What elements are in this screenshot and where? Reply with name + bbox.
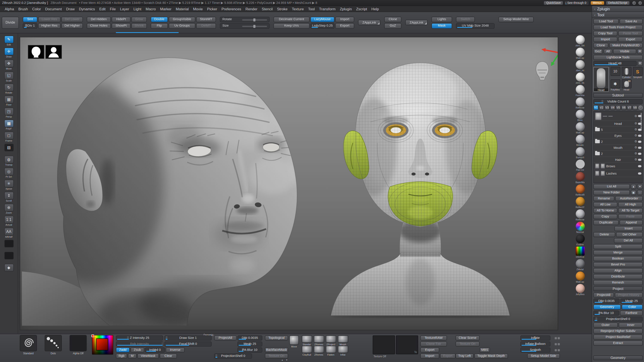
brush-thumb[interactable]: Morph <box>338 336 348 346</box>
panel-slider[interactable]: ProjectionShell 0 <box>593 317 643 322</box>
subtool-group-row[interactable]: Hair ⚙ <box>594 157 642 163</box>
tool-thumbnail[interactable]: Cylinder <box>621 67 632 79</box>
subtool-group-row[interactable]: Head ⚙ <box>594 121 642 126</box>
panel-button[interactable]: Extract <box>593 341 643 346</box>
toolbar-item[interactable]: ◍ Transp <box>4 156 14 166</box>
menu-item[interactable]: Picker <box>205 7 220 11</box>
panel-button[interactable]: Geometry <box>593 305 621 310</box>
shelf-button[interactable]: Zadd <box>116 348 130 353</box>
shelf-button[interactable]: Uv Groups <box>169 23 195 28</box>
menu-item[interactable]: Movie <box>191 7 205 11</box>
toolbar-item[interactable]: ◎ Pt Sel <box>4 168 14 178</box>
shelf-button[interactable]: Rgb <box>116 354 127 359</box>
material-swatch[interactable]: Flat Col <box>576 160 584 172</box>
menu-item[interactable]: Edit <box>97 7 108 11</box>
panel-button[interactable]: Clone <box>593 43 608 48</box>
shelf-button[interactable]: Toggle Mask Depth <box>474 354 508 359</box>
shelf-button[interactable]: Clear Scene <box>456 336 480 341</box>
subtool-group-row[interactable]: Mouth ⚙ <box>594 145 642 151</box>
menu-item[interactable]: Stroke <box>275 7 290 11</box>
shelf-button[interactable]: Setup Model Wire <box>498 16 534 22</box>
toolbar-item[interactable]: ▨ <box>4 144 14 154</box>
gear-icon[interactable]: ⚙ <box>634 114 637 118</box>
panel-button[interactable]: All <box>604 49 612 54</box>
menu-item[interactable]: Stencil <box>260 7 275 11</box>
toolbar-item[interactable]: ✛ Draw <box>4 48 14 58</box>
panel-button[interactable]: AutoReorder <box>616 196 643 201</box>
icon-button[interactable]: ↓ <box>637 190 643 195</box>
shelf-button[interactable]: Rotate <box>220 16 270 22</box>
panel-button[interactable]: Paste <box>618 214 643 219</box>
panel-button[interactable]: Make PolyMesh3D <box>609 43 643 48</box>
shelf-button[interactable]: Inflate Balloon <box>520 342 550 347</box>
panel-button[interactable]: Delete <box>593 232 616 237</box>
shelf-button[interactable]: Switch <box>456 16 475 22</box>
shelf-button[interactable]: DelMT <box>196 23 216 28</box>
gear-icon[interactable]: ⚙ <box>634 128 637 131</box>
material-swatch[interactable]: HSVCol <box>576 247 584 259</box>
menu-item[interactable]: File <box>108 7 118 11</box>
material-swatch[interactable]: Reflecte <box>576 209 584 221</box>
panel-button[interactable]: All To Home <box>593 208 618 213</box>
icon-button[interactable]: ▲ <box>631 184 636 189</box>
panel-slider[interactable]: Visible Count 6 <box>593 99 643 104</box>
shelf-button[interactable]: Clone Txtr <box>420 342 447 347</box>
menu-item[interactable]: Draw <box>64 7 77 11</box>
shelf-button[interactable]: Close Holes <box>87 23 111 28</box>
shelf-button[interactable]: Tray Left <box>456 354 474 359</box>
shelf-button[interactable] <box>551 348 560 353</box>
panel-slider[interactable]: PA Blur 10 <box>593 311 619 316</box>
panel-button[interactable]: R <box>637 49 643 54</box>
eye-icon[interactable] <box>638 158 642 161</box>
shelf-button[interactable]: GroupVisible <box>169 16 195 22</box>
shelf-button[interactable]: Focal Shift 0 <box>164 342 212 347</box>
menu-item[interactable]: Layer <box>118 7 132 11</box>
shelf-button[interactable]: Clone <box>384 16 402 22</box>
menu-item[interactable]: Preferences <box>220 7 244 11</box>
material-swatch[interactable]: ZMetal <box>576 259 584 271</box>
shelf-button[interactable]: LazyStep 0.25 <box>310 23 334 28</box>
shelf-button[interactable]: Dist 0.0035 <box>238 336 262 341</box>
toolbar-item[interactable]: ✎ Edit <box>4 35 14 46</box>
titlebar-button[interactable]: Menus <box>590 1 604 5</box>
shelf-button[interactable]: Topological <box>265 336 288 341</box>
tab-options-icon[interactable] <box>638 105 643 110</box>
toolbar-item[interactable]: ▩ PolyF <box>4 120 14 130</box>
subtool-folder-row[interactable]: 2 ⚙ <box>594 139 642 145</box>
material-swatch[interactable]: ReflectR <box>576 184 584 196</box>
panel-slider[interactable]: Mean 25 <box>620 299 643 304</box>
shelf-button[interactable]: Decimate Current <box>274 16 310 22</box>
titlebar-button[interactable]: QuickSave <box>544 1 564 5</box>
toolbar-item[interactable]: ↻ Rotate <box>4 84 14 94</box>
texture-slot-2[interactable]: Te <box>396 336 418 354</box>
material-swatch[interactable]: Metalic <box>576 135 584 147</box>
eye-icon[interactable] <box>638 152 642 155</box>
current-alpha-thumb[interactable]: Alpha Off <box>70 335 87 355</box>
shelf-button[interactable]: Import <box>420 354 439 359</box>
panel-button[interactable]: Reproject Higher Subdiv <box>593 329 643 334</box>
active-tool-thumbnail[interactable]: Head <box>593 67 609 92</box>
panel-slider[interactable]: Dist 0.0035 <box>593 299 620 304</box>
panel-button[interactable]: Lightbox►Tools <box>593 55 643 60</box>
panel-button[interactable]: Paste Tool <box>618 31 643 36</box>
document-thumbnails[interactable] <box>28 45 62 59</box>
material-swatch[interactable]: Blinn <box>576 110 584 122</box>
panel-button[interactable]: Insert <box>614 226 643 231</box>
eye-icon[interactable] <box>638 146 642 149</box>
eye-icon[interactable] <box>638 115 642 117</box>
view-tab[interactable]: V3 <box>604 105 610 110</box>
toolbar-item[interactable]: ◱ Scale <box>4 72 14 82</box>
menu-item[interactable]: Zplugin <box>338 7 354 11</box>
session-icon[interactable] <box>632 1 636 4</box>
panel-button[interactable]: Remesh <box>593 280 643 285</box>
panel-button[interactable]: Project History <box>615 293 643 298</box>
shelf-button[interactable]: Zsub <box>130 348 144 353</box>
sculpt-canvas[interactable] <box>20 37 558 330</box>
eye-icon[interactable] <box>638 172 642 174</box>
toolbar-item[interactable]: 1:1 Actual <box>4 216 14 226</box>
material-swatch[interactable]: zbro_Ski <box>576 35 585 47</box>
panel-button[interactable]: All High <box>618 202 643 207</box>
menu-item[interactable]: Tool <box>306 7 317 11</box>
panel-button[interactable]: Bevel Pro <box>593 262 643 267</box>
panel-button[interactable]: Import <box>593 37 618 42</box>
